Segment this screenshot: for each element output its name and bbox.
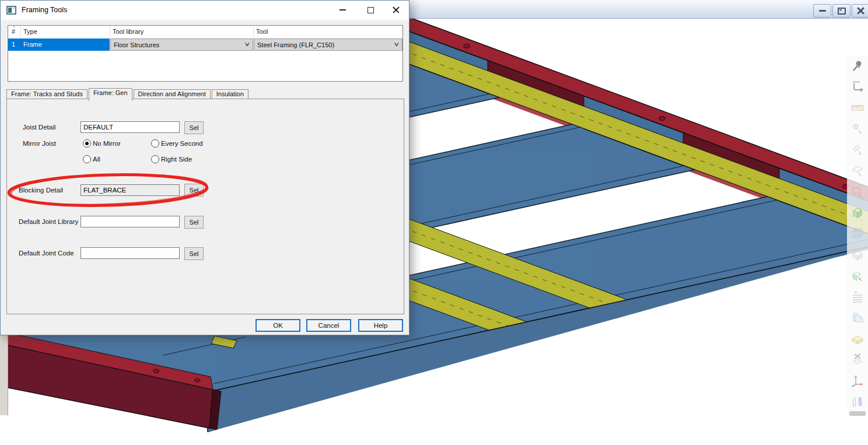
default-joint-library-input[interactable] <box>80 216 180 227</box>
mdi-close-button[interactable] <box>852 4 868 17</box>
delete-solid-icon[interactable] <box>847 349 868 370</box>
default-joint-code-label: Default Joint Code <box>19 250 74 257</box>
joist-detail-sel-button[interactable]: Sel <box>184 121 204 134</box>
window-edge-strip <box>0 335 8 415</box>
row-num: 1 <box>12 41 15 48</box>
radio-all-label: All <box>93 156 100 163</box>
minimize-icon <box>340 9 346 10</box>
col-header-tool-library: Tool library <box>113 28 144 35</box>
radio-no-mirror-label: No Mirror <box>93 140 121 147</box>
box-select-icon[interactable] <box>847 181 868 202</box>
radio-every-second[interactable] <box>151 139 159 148</box>
solid-box-icon[interactable] <box>847 244 868 265</box>
selected-row-highlight: 1 Frame <box>8 38 110 51</box>
chevron-down-icon: ∨ <box>393 41 400 47</box>
list-menu-icon[interactable] <box>847 286 868 307</box>
default-joint-library-label: Default Joint Library <box>19 218 78 225</box>
restore-icon <box>838 8 846 15</box>
radio-all[interactable] <box>83 155 91 163</box>
toolbar-footer-handle[interactable] <box>849 411 866 416</box>
col-header-num: # <box>12 28 15 35</box>
table-row[interactable]: 1 Frame Floor Structures ∨ Steel Framing… <box>8 38 402 51</box>
row-type: Frame <box>23 41 42 48</box>
joist-detail-input[interactable] <box>80 121 180 133</box>
solid-cube-icon[interactable] <box>847 202 868 223</box>
app-root: { "dialog": { "title": "Framing Tools", … <box>0 0 868 445</box>
radio-right-side-label: Right Side <box>161 156 192 163</box>
prism-pair-icon[interactable] <box>847 391 868 412</box>
dialog-maximize-button[interactable] <box>359 1 382 19</box>
default-joint-library-sel-button[interactable]: Sel <box>184 216 204 229</box>
blocking-detail-input[interactable] <box>80 184 180 196</box>
pin-icon[interactable] <box>847 55 868 76</box>
tool-library-select[interactable]: Floor Structures ∨ <box>110 38 253 51</box>
blocking-detail-sel-button[interactable]: Sel <box>184 184 204 197</box>
measure-line-icon[interactable] <box>847 139 868 160</box>
tool-table: ^ # Type Tool library Tool 1 Frame Floor… <box>8 25 403 82</box>
snap-circle-icon[interactable] <box>847 118 868 139</box>
dialog-title: Framing Tools <box>22 6 67 14</box>
cancel-button[interactable]: Cancel <box>306 319 351 332</box>
framing-tools-icon <box>6 5 17 16</box>
tab-strip: Frame: Tracks and Studs Frame: Gen Direc… <box>6 88 250 99</box>
mdi-restore-button[interactable] <box>832 4 850 17</box>
maximize-icon <box>368 7 374 13</box>
blocking-detail-label: Blocking Detail <box>19 187 63 194</box>
framing-tools-dialog: Framing Tools ^ # Type Tool library Tool… <box>0 0 410 335</box>
chevron-down-icon: ∨ <box>244 41 250 47</box>
tab-panel <box>6 99 404 314</box>
rotate-view-icon[interactable] <box>847 76 868 97</box>
slab-icon[interactable] <box>847 328 868 349</box>
radio-every-second-label: Every Second <box>161 140 203 147</box>
help-button[interactable]: Help <box>358 319 403 332</box>
plane-select-icon[interactable] <box>847 160 868 181</box>
radio-right-side[interactable] <box>151 155 159 163</box>
sheet-stack-icon[interactable] <box>847 307 868 328</box>
minimize-icon <box>819 10 826 12</box>
sw-rim-track <box>0 331 245 430</box>
default-joint-code-sel-button[interactable]: Sel <box>184 247 204 260</box>
mdi-minimize-button[interactable] <box>813 4 831 17</box>
ok-button[interactable]: OK <box>256 319 300 332</box>
dialog-minimize-button[interactable] <box>331 1 354 19</box>
col-header-tool: Tool <box>256 28 268 35</box>
tab-frame-gen[interactable]: Frame: Gen <box>89 88 132 101</box>
default-joint-code-input[interactable] <box>80 247 180 259</box>
close-icon <box>857 7 864 15</box>
mirror-joist-label: Mirror Joist <box>23 140 56 147</box>
radio-no-mirror[interactable] <box>83 139 91 148</box>
wireframe-cube-icon[interactable] <box>847 223 868 244</box>
dialog-close-button[interactable] <box>384 1 408 19</box>
col-header-type: Type <box>23 28 37 35</box>
dialog-titlebar[interactable]: Framing Tools <box>1 1 409 20</box>
tool-select[interactable]: Steel Framing (FLR_C150) ∨ <box>254 38 402 51</box>
view-toolbar <box>847 55 868 412</box>
joist-detail-label: Joist Detail <box>23 124 55 131</box>
select-solid-icon[interactable] <box>847 265 868 286</box>
close-icon <box>393 6 400 13</box>
axis-triad-icon[interactable] <box>847 370 868 391</box>
ruler-icon[interactable] <box>847 97 868 118</box>
